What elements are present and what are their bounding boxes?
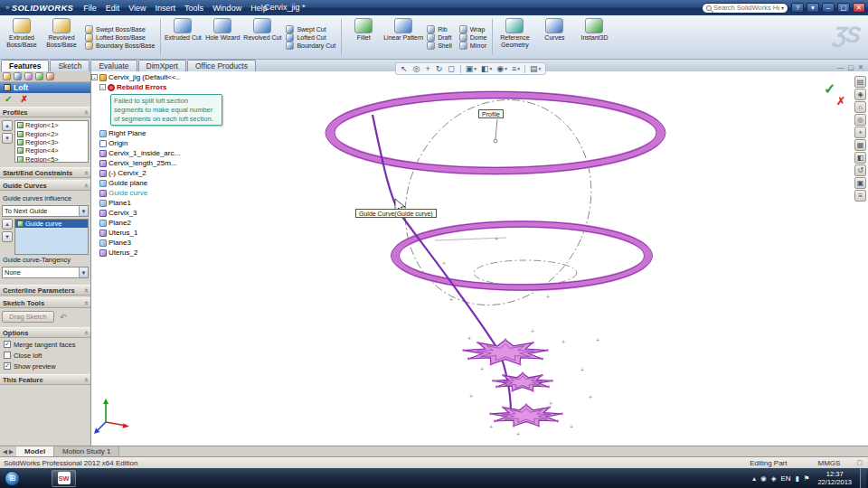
task-pane-button[interactable]: ◎ [854, 114, 866, 126]
dropdown-caret-icon[interactable]: ▾ [505, 66, 507, 71]
tab-scroll-button[interactable]: ◀ [3, 448, 7, 455]
option-row[interactable]: Merge tangent faces [2, 339, 89, 350]
ribbon-button[interactable]: Mirror [459, 42, 487, 50]
tree-item[interactable]: Cervix_length_25m... [99, 158, 245, 168]
ribbon-button[interactable]: Extruded Boss/Base [2, 16, 42, 58]
menu-item[interactable]: Edit [101, 4, 125, 13]
document-tab[interactable]: Model [16, 446, 54, 456]
tree-item[interactable]: Guide curve [99, 188, 245, 198]
profiles-list[interactable]: Region<1> Region<2> Region<3> Region<4> [14, 120, 89, 163]
menu-item[interactable]: Tools [180, 4, 208, 13]
start-button[interactable]: ⊞ [5, 471, 20, 486]
dropdown-arrow-icon[interactable]: ▼ [79, 206, 88, 216]
dropdown-caret-icon[interactable]: ▾ [517, 66, 520, 71]
task-pane-button[interactable]: ⌂ [854, 101, 866, 113]
panel-tab-icon[interactable] [46, 72, 54, 80]
tab-scroll-button[interactable]: ▶ [9, 448, 14, 455]
task-pane-button[interactable]: ▤ [854, 76, 866, 88]
ribbon-button[interactable]: Rib [427, 25, 452, 33]
help-button[interactable]: ? [791, 3, 804, 13]
ribbon-button[interactable]: Hole Wizard [203, 16, 242, 58]
panel-tab-icon[interactable] [14, 72, 22, 80]
tree-item[interactable]: (-) Cervix_2 [99, 168, 245, 178]
ribbon-button[interactable]: Swept Boss/Base [85, 25, 155, 33]
tree-item[interactable]: Uterus_2 [99, 248, 245, 258]
task-pane-button[interactable]: ◈ [854, 89, 866, 100]
ribbon-button[interactable]: Shell [427, 42, 452, 50]
tree-item[interactable]: Cervix_3 [99, 208, 245, 218]
ribbon-button[interactable]: Fillet [344, 16, 383, 58]
tray-icon[interactable]: ◈ [771, 474, 777, 483]
view-tool-button[interactable]: ▤ ▾ [528, 64, 542, 73]
tree-item[interactable]: Plane1 [99, 198, 245, 208]
ribbon-button[interactable]: Wrap [459, 25, 487, 33]
close-button[interactable]: ✕ [853, 3, 865, 13]
tree-item-rebuild-errors[interactable]: - Rebuild Errors [99, 82, 245, 92]
tree-item[interactable]: Origin [99, 138, 245, 148]
ribbon-button[interactable]: Lofted Boss/Base [85, 33, 155, 42]
units-indicator[interactable]: MMGS [817, 459, 840, 467]
help-caret-icon[interactable]: ▾ [807, 3, 819, 13]
doc-window-button[interactable]: ✕ [858, 63, 863, 71]
view-tool-button[interactable]: ▣ ▾ [464, 64, 478, 73]
document-tab[interactable]: Motion Study 1 [54, 446, 119, 456]
ribbon-button[interactable]: Curves [534, 16, 574, 58]
ribbon-button[interactable]: Reference Geometry [495, 16, 534, 58]
panel-tab-icon[interactable] [35, 72, 43, 80]
menu-item[interactable]: View [124, 4, 150, 13]
panel-tab-icon[interactable] [3, 72, 11, 80]
menu-item[interactable]: File [79, 4, 101, 13]
doc-window-button[interactable]: ▢ [848, 63, 854, 71]
ribbon-button[interactable]: Boundary Cut [286, 42, 335, 50]
move-up-button[interactable]: ▲ [2, 219, 13, 230]
tree-item[interactable]: Plane2 [99, 218, 245, 228]
clock[interactable]: 12:37 22/12/2013 [814, 470, 855, 487]
menu-item[interactable]: Insert [151, 4, 181, 13]
tray-icon[interactable]: ▮ [796, 474, 799, 483]
dropdown-caret-icon[interactable]: ▾ [538, 66, 541, 71]
ribbon-button[interactable]: Instant3D [574, 16, 614, 58]
ribbon-button[interactable]: Lofted Cut [286, 33, 335, 42]
tree-root[interactable]: - Cervix_jig (Default<<.. [91, 72, 245, 82]
expand-icon[interactable]: - [99, 84, 106, 90]
view-tool-button[interactable]: ◎ [411, 64, 423, 73]
ribbon-button[interactable]: Swept Cut [286, 25, 335, 33]
sketch-tools-section-header[interactable]: Sketch Tools« [0, 297, 90, 308]
command-tab[interactable]: Evaluate [90, 60, 137, 71]
profile-item[interactable]: Region<5> [15, 155, 88, 163]
ribbon-button[interactable]: Boundary Boss/Base [85, 42, 155, 50]
profile-item[interactable]: Region<3> [15, 138, 88, 146]
options-section-header[interactable]: Options« [0, 327, 90, 338]
tray-icon[interactable]: ▴ [752, 474, 756, 483]
tree-item[interactable]: Cervix_1_inside_arc... [99, 148, 245, 158]
ribbon-button[interactable]: Linear Pattern [383, 16, 423, 58]
ribbon-button[interactable]: Revolved Boss/Base [42, 16, 81, 58]
task-pane-button[interactable]: ↺ [854, 164, 866, 176]
task-pane-button[interactable]: + [854, 127, 866, 138]
option-row[interactable]: Show preview [2, 361, 89, 371]
menu-item[interactable]: Window [208, 4, 246, 13]
move-down-button[interactable]: ▼ [2, 133, 13, 144]
command-tab[interactable]: Sketch [50, 60, 90, 71]
show-desktop-button[interactable] [860, 468, 866, 488]
drag-sketch-button[interactable]: Drag Sketch [2, 311, 54, 323]
constraints-section-header[interactable]: Start/End Constraints« [0, 167, 90, 178]
confirm-cancel-button[interactable]: ✗ [836, 95, 845, 108]
search-scope-caret-icon[interactable]: ▾ [781, 5, 784, 11]
profile-item[interactable]: Region<1> [15, 121, 88, 129]
ribbon-button[interactable]: Revolved Cut [242, 16, 282, 58]
profile-item[interactable]: Region<2> [15, 129, 88, 137]
expand-icon[interactable]: - [91, 74, 98, 80]
guide-curve-item[interactable]: Guide curve [15, 220, 88, 228]
option-row[interactable]: Close loft [2, 350, 89, 361]
view-tool-button[interactable]: ↻ [434, 64, 446, 73]
checkbox[interactable] [4, 352, 11, 359]
maximize-button[interactable]: ▢ [837, 3, 850, 13]
move-down-button[interactable]: ▼ [2, 231, 13, 242]
task-pane-button[interactable]: ≡ [854, 190, 866, 202]
dropdown-caret-icon[interactable]: ▾ [474, 66, 476, 71]
tree-item[interactable]: Plane3 [99, 238, 245, 248]
checkbox[interactable] [4, 341, 11, 348]
this-feature-section-header[interactable]: This Feature« [0, 374, 90, 385]
view-tool-button[interactable]: ◧ ▾ [479, 64, 494, 73]
